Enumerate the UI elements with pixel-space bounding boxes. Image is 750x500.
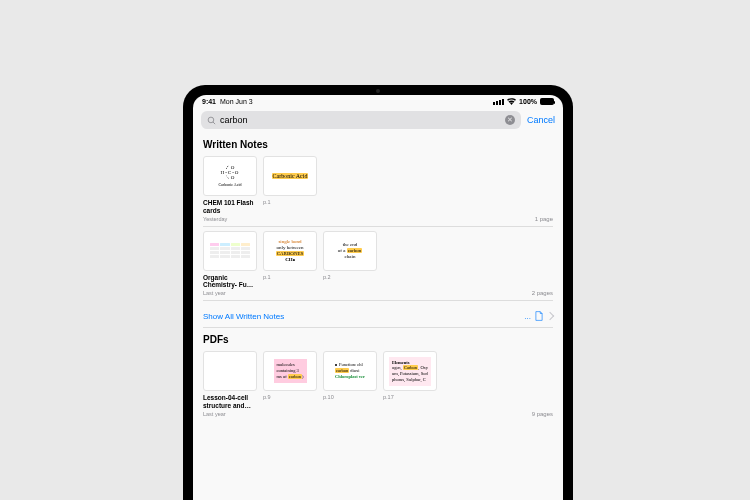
result-source-card[interactable]: ⟋OH-C-O⟍OCarbonic Acid CHEM 101 Flash ca…: [203, 156, 257, 222]
snippet: Elementsogen, Carbon, Oxyum, Potassium, …: [389, 357, 431, 386]
page-label: p.1: [263, 274, 317, 280]
result-title: Organic Chemistry- Fu…: [203, 274, 257, 290]
thumbnail: single bondonly betweenCARBONESCH₃: [263, 231, 317, 271]
pages-count: 2 pages: [532, 290, 553, 296]
page-label: p.17: [383, 394, 437, 400]
wifi-icon: [507, 98, 516, 105]
result-page-card[interactable]: Carbonic Acid p.1: [263, 156, 317, 222]
status-bar: 9:41 Mon Jun 3 100%: [193, 95, 563, 107]
result-row: Lesson-04-cell structure and… Last year …: [203, 351, 553, 421]
device-frame: 9:41 Mon Jun 3 100% ✕ Cancel Written Not…: [183, 85, 573, 500]
show-all-written-notes[interactable]: Show All Written Notes ...: [203, 305, 553, 328]
screen: 9:41 Mon Jun 3 100% ✕ Cancel Written Not…: [193, 95, 563, 500]
cancel-button[interactable]: Cancel: [527, 115, 555, 125]
pages-count: 1 page: [535, 216, 553, 222]
thumbnail: Carbonic Acid: [263, 156, 317, 196]
result-source-card[interactable]: Lesson-04-cell structure and… Last year: [203, 351, 257, 417]
section-heading-written: Written Notes: [203, 139, 553, 150]
thumbnail: Function: chlcarbon dioxiChloroplast ver: [323, 351, 377, 391]
result-page-card[interactable]: Function: chlcarbon dioxiChloroplast ver…: [323, 351, 377, 417]
result-page-card[interactable]: single bondonly betweenCARBONESCH₃ p.1: [263, 231, 317, 297]
result-page-card[interactable]: moleculescontaining 3ms of carbon) p.9: [263, 351, 317, 417]
chevron-right-icon: [546, 312, 554, 320]
search-input[interactable]: [220, 115, 501, 125]
thumbnail: the endof a carbonchain: [323, 231, 377, 271]
status-date: Mon Jun 3: [220, 98, 253, 105]
battery-pct: 100%: [519, 98, 537, 105]
result-title: CHEM 101 Flash cards: [203, 199, 257, 215]
result-title: Lesson-04-cell structure and…: [203, 394, 257, 410]
status-time: 9:41: [202, 98, 216, 105]
results-content: Written Notes ⟋OH-C-O⟍OCarbonic Acid CHE…: [193, 133, 563, 500]
result-source-card[interactable]: Organic Chemistry- Fu… Last year: [203, 231, 257, 297]
thumbnail: Elementsogen, Carbon, Oxyum, Potassium, …: [383, 351, 437, 391]
pages-count: 9 pages: [532, 411, 553, 417]
result-subtitle: Last year: [203, 411, 257, 417]
thumbnail: [203, 231, 257, 271]
page-label: p.2: [323, 274, 377, 280]
result-page-card[interactable]: the endof a carbonchain p.2: [323, 231, 377, 297]
result-row: ⟋OH-C-O⟍OCarbonic Acid CHEM 101 Flash ca…: [203, 156, 553, 227]
search-bar: ✕ Cancel: [193, 107, 563, 133]
show-all-count: ...: [524, 312, 531, 321]
snippet: moleculescontaining 3ms of carbon): [274, 359, 307, 383]
thumbnail: ⟋OH-C-O⟍OCarbonic Acid: [203, 156, 257, 196]
camera-dot: [376, 89, 380, 93]
page-label: p.1: [263, 199, 317, 205]
section-heading-pdfs: PDFs: [203, 334, 553, 345]
thumbnail: [203, 351, 257, 391]
clear-search-icon[interactable]: ✕: [505, 115, 515, 125]
search-icon: [207, 116, 216, 125]
result-page-card[interactable]: Elementsogen, Carbon, Oxyum, Potassium, …: [383, 351, 437, 417]
result-subtitle: Yesterday: [203, 216, 257, 222]
page-label: p.9: [263, 394, 317, 400]
signal-icon: [493, 99, 504, 105]
thumbnail: moleculescontaining 3ms of carbon): [263, 351, 317, 391]
search-field-wrap[interactable]: ✕: [201, 111, 521, 129]
svg-line-1: [213, 122, 215, 124]
battery-icon: [540, 98, 554, 105]
show-all-label: Show All Written Notes: [203, 312, 284, 321]
document-icon: [534, 311, 544, 321]
result-subtitle: Last year: [203, 290, 257, 296]
snippet: Function: chlcarbon dioxiChloroplast ver: [332, 359, 368, 383]
result-row: Organic Chemistry- Fu… Last year single …: [203, 231, 553, 302]
page-label: p.10: [323, 394, 377, 400]
